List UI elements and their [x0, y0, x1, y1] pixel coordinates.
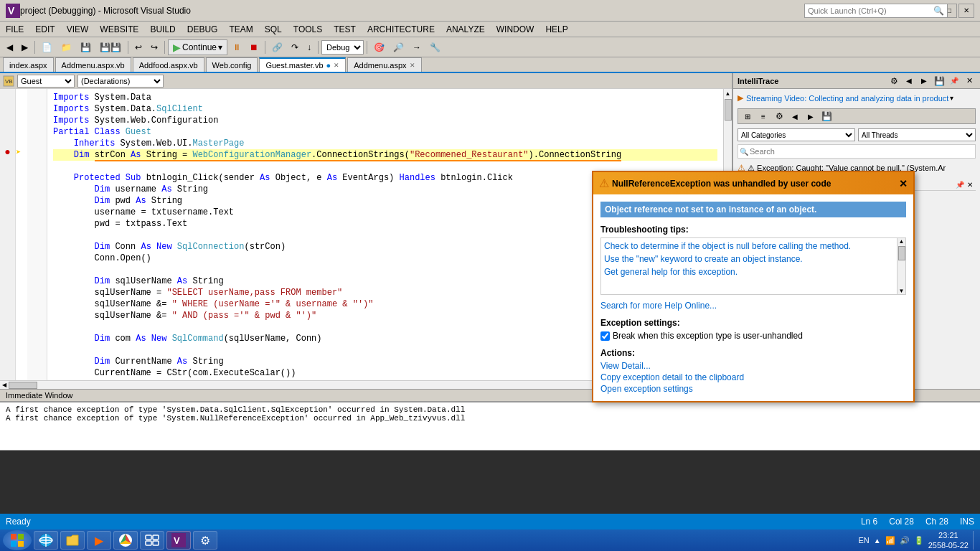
it-btn-2[interactable]: ≡: [757, 110, 770, 122]
svg-rect-14: [146, 535, 151, 540]
streaming-video-row: ▶ Streaming Video: Collecting and analyz…: [738, 93, 976, 103]
taskbar-explorer-btn[interactable]: [60, 531, 85, 550]
immediate-window-content[interactable]: A first chance exception of type 'System…: [0, 402, 980, 451]
taskbar-media-btn[interactable]: ▶: [87, 531, 111, 550]
continue-button[interactable]: ▶ Continue ▾: [168, 39, 227, 55]
save-button[interactable]: 💾: [77, 39, 95, 55]
tip-link-2[interactable]: Use the "new" keyword to create an objec…: [604, 254, 903, 264]
intellitrace-search[interactable]: [750, 146, 974, 157]
show-desktop-btn[interactable]: [973, 531, 977, 550]
thread-filter[interactable]: All Threads: [858, 128, 976, 141]
step-over-button[interactable]: ↷: [288, 39, 302, 55]
menu-view[interactable]: VIEW: [61, 22, 95, 37]
menu-test[interactable]: TEST: [328, 22, 362, 37]
exc-close-button[interactable]: ✕: [899, 178, 908, 189]
it-back[interactable]: ◀: [788, 110, 801, 122]
menu-build[interactable]: BUILD: [144, 22, 181, 37]
taskbar-taskview-btn[interactable]: [140, 531, 164, 550]
exc-action-2[interactable]: Copy exception detail to the clipboard: [600, 372, 906, 382]
spy2-button[interactable]: 🔎: [390, 39, 407, 55]
exc-action-3[interactable]: Open exception settings: [600, 384, 906, 394]
title-text: project (Debugging) - Microsoft Visual S…: [20, 6, 924, 16]
arrow-5: [16, 135, 27, 146]
threads-pin-btn[interactable]: 📌: [956, 181, 964, 189]
menu-analyze[interactable]: ANALYZE: [440, 22, 491, 37]
undo-button[interactable]: ↩: [131, 39, 146, 55]
tab-addmenu-vb[interactable]: Addmenu.aspx.vb: [55, 57, 131, 72]
intellitrace-settings-btn[interactable]: ⚙: [887, 75, 900, 87]
quick-launch-input[interactable]: [804, 4, 948, 18]
menu-debug[interactable]: DEBUG: [182, 22, 224, 37]
spy-button[interactable]: 🎯: [370, 39, 388, 55]
intellitrace-pin-btn[interactable]: 📌: [948, 75, 961, 87]
tips-scroll-area[interactable]: ▲ ▼ Check to determine if the object is …: [600, 237, 906, 295]
separator-4: [265, 41, 265, 54]
hscroll-thumb[interactable]: [9, 382, 37, 389]
tab-index-aspx[interactable]: index.aspx: [3, 57, 54, 72]
it-btn-1[interactable]: ⊞: [741, 110, 754, 122]
systray-arrow[interactable]: ▲: [874, 537, 881, 545]
category-filter[interactable]: All Categories: [738, 128, 855, 141]
intellitrace-fwd-btn[interactable]: ▶: [918, 75, 930, 87]
menu-file[interactable]: FILE: [0, 22, 29, 37]
class-dropdown[interactable]: Guest: [17, 75, 75, 88]
taskbar-clock[interactable]: 23:21 2558-05-22: [928, 530, 969, 551]
taskbar-vs-btn[interactable]: V: [166, 531, 191, 550]
intellitrace-save-btn[interactable]: 💾: [933, 75, 946, 87]
scroll-track-right[interactable]: ▲ ▼: [897, 238, 905, 294]
attach-button[interactable]: 🔗: [268, 39, 286, 55]
open-button[interactable]: 📁: [57, 39, 75, 55]
method-dropdown[interactable]: (Declarations): [77, 75, 164, 88]
pause-button[interactable]: ⏸: [229, 39, 245, 55]
back-button[interactable]: ◀: [3, 39, 17, 55]
tips-scroll-up[interactable]: ▲: [897, 238, 905, 245]
intellitrace-close-btn[interactable]: ✕: [963, 75, 976, 87]
stop-button[interactable]: ⏹: [246, 39, 262, 55]
scroll-up-arrow[interactable]: ▲: [726, 89, 730, 98]
menu-help[interactable]: HELP: [540, 22, 573, 37]
taskbar-ie-btn[interactable]: [34, 531, 58, 550]
tab-webconfig[interactable]: Web.config: [206, 57, 258, 72]
menu-sql[interactable]: SQL: [259, 22, 288, 37]
menu-website[interactable]: WEBSITE: [94, 22, 144, 37]
forward-button[interactable]: ▶: [18, 39, 32, 55]
menu-edit[interactable]: EDIT: [29, 22, 60, 37]
menu-team[interactable]: TEAM: [223, 22, 258, 37]
scroll-thumb[interactable]: [725, 99, 732, 121]
start-button[interactable]: [3, 530, 32, 550]
search-help-link[interactable]: Search for more Help Online...: [600, 301, 906, 311]
new-button[interactable]: 📄: [38, 39, 56, 55]
tab-addfood-vb[interactable]: Addfood.aspx.vb: [133, 57, 204, 72]
svg-text:V: V: [8, 5, 15, 17]
menu-window[interactable]: WINDOW: [491, 22, 540, 37]
tips-scroll-down[interactable]: ▼: [897, 288, 905, 294]
threads-close-btn[interactable]: ✕: [967, 181, 973, 189]
it-fwd[interactable]: ▶: [804, 110, 817, 122]
close-tab-icon[interactable]: ✕: [334, 62, 339, 69]
menu-tools[interactable]: TOOLS: [288, 22, 328, 37]
tab-addmenu-aspx[interactable]: Addmenu.aspx ✕: [347, 57, 421, 72]
it-settings[interactable]: ⚙: [773, 110, 786, 122]
close-tab-icon-2[interactable]: ✕: [410, 62, 415, 69]
intellitrace-back-btn[interactable]: ◀: [903, 75, 915, 87]
config-select[interactable]: Debug: [321, 40, 364, 55]
tip-link-1[interactable]: Check to determine if the object is null…: [604, 241, 903, 251]
hscroll-left[interactable]: ◀: [0, 382, 9, 388]
it-save[interactable]: 💾: [820, 110, 833, 122]
tip-link-3[interactable]: Get general help for this exception.: [604, 267, 903, 277]
taskbar-settings-btn[interactable]: ⚙: [193, 531, 217, 550]
exc-action-1[interactable]: View Detail...: [600, 361, 906, 371]
forward-nav-button[interactable]: →: [409, 39, 425, 55]
tab-guest-master-vb[interactable]: Guest.master.vb ● ✕: [259, 57, 346, 72]
streaming-video-link[interactable]: Streaming Video: Collecting and analyzin…: [746, 94, 948, 103]
save-all-button[interactable]: 💾💾: [96, 39, 125, 55]
exc-header-left: ⚠ NullReferenceException was unhandled b…: [599, 176, 831, 190]
menu-architecture[interactable]: ARCHITECTURE: [362, 22, 440, 37]
tools-button[interactable]: 🔧: [426, 39, 444, 55]
redo-button[interactable]: ↪: [147, 39, 161, 55]
tips-scroll-thumb[interactable]: [898, 246, 905, 260]
close-button[interactable]: ✕: [958, 4, 974, 18]
exc-checkbox[interactable]: [600, 331, 610, 341]
step-into-button[interactable]: ↓: [303, 39, 315, 55]
taskbar-chrome-btn[interactable]: [113, 531, 138, 550]
